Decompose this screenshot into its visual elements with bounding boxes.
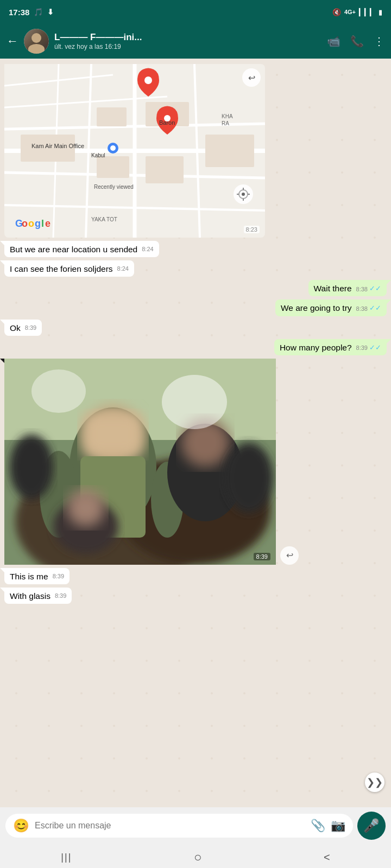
header-action-icons: 📹 📞 ⋮ xyxy=(327,35,384,48)
svg-text:YAKA TOT: YAKA TOT xyxy=(91,216,117,222)
incoming-message: Ok 8:39 xyxy=(4,320,42,336)
svg-point-18 xyxy=(110,145,116,151)
photo-share-button[interactable]: ↩ xyxy=(280,546,299,565)
mic-button[interactable]: 🎤 xyxy=(357,812,386,840)
status-icons: 🔇 4G+ ▎▎▎ ▮ xyxy=(332,8,382,16)
message-meta: 8:39 xyxy=(25,324,36,331)
svg-point-57 xyxy=(162,375,227,429)
time-display: 17:38 xyxy=(9,8,29,17)
message-meta: 8:39 ✓✓ xyxy=(356,343,381,353)
message-time: 8:38 xyxy=(356,305,368,312)
contact-name: L——— F———ini... xyxy=(54,32,321,43)
nav-back-button[interactable]: ||| xyxy=(61,852,72,863)
message-text: But we are near location u sended xyxy=(10,245,137,254)
message-row: We are going to try 8:38 ✓✓ xyxy=(4,299,387,316)
mute-icon: 🔇 xyxy=(332,8,341,16)
nav-home-button[interactable]: ○ xyxy=(194,850,202,865)
svg-point-54 xyxy=(67,489,105,527)
svg-text:e: e xyxy=(45,218,51,229)
message-text: With glasis xyxy=(10,591,51,601)
attach-button[interactable]: 📎 xyxy=(311,819,325,833)
message-row: G o o g l e Kam Air Main Office Kabul Ba… xyxy=(4,64,387,238)
message-input-wrapper: 😊 📎 📷 xyxy=(5,814,353,838)
incoming-message: But we are near location u sended 8:24 xyxy=(4,241,159,257)
svg-text:Baron: Baron xyxy=(159,119,175,126)
message-meta: 8:24 xyxy=(117,265,129,272)
last-seen: últ. vez hoy a las 16:19 xyxy=(54,43,321,50)
map-image[interactable]: G o o g l e Kam Air Main Office Kabul Ba… xyxy=(4,64,265,238)
svg-text:Recently viewed: Recently viewed xyxy=(94,184,134,190)
svg-text:l: l xyxy=(41,218,44,229)
message-meta: 8:39 xyxy=(53,572,64,580)
message-time: 8:39 xyxy=(55,592,66,599)
outgoing-message: Wait there 8:38 ✓✓ xyxy=(308,280,387,296)
message-time: 8:38 xyxy=(356,285,368,293)
incoming-message: I can see the forien soljders 8:24 xyxy=(4,260,134,277)
message-ticks: ✓✓ xyxy=(369,304,381,313)
message-text: This is me xyxy=(10,572,48,581)
chat-messages: G o o g l e Kam Air Main Office Kabul Ba… xyxy=(0,59,391,807)
svg-rect-12 xyxy=(146,156,184,183)
signal-4g-label: 4G+ xyxy=(344,9,356,15)
map-share-button[interactable]: ↩ xyxy=(242,68,261,87)
incoming-message: With glasis 8:39 xyxy=(4,588,72,604)
svg-text:RA: RA xyxy=(222,120,229,126)
message-row: But we are near location u sended 8:24 xyxy=(4,241,387,257)
input-bar: 😊 📎 📷 🎤 xyxy=(0,807,391,844)
photo-message[interactable]: 8:39 xyxy=(4,359,276,565)
svg-rect-16 xyxy=(205,135,254,167)
nav-recent-button[interactable]: < xyxy=(324,851,330,864)
map-message: G o o g l e Kam Air Main Office Kabul Ba… xyxy=(4,64,265,238)
voice-call-button[interactable]: 📞 xyxy=(350,35,364,48)
message-text: Wait there xyxy=(314,284,352,293)
message-time: 8:39 xyxy=(356,344,368,352)
svg-text:KHA: KHA xyxy=(222,113,233,119)
message-meta: 8:38 ✓✓ xyxy=(356,284,381,293)
message-row: Wait there 8:38 ✓✓ xyxy=(4,280,387,296)
message-row: With glasis 8:39 xyxy=(4,588,387,604)
message-row: 8:39 ↩ xyxy=(4,359,387,565)
message-time: 8:39 xyxy=(53,572,64,580)
svg-rect-13 xyxy=(97,107,127,126)
svg-rect-11 xyxy=(97,156,129,178)
contact-avatar[interactable] xyxy=(24,29,49,54)
chat-header: ← L——— F———ini... últ. vez hoy a las 16:… xyxy=(0,24,391,59)
svg-text:o: o xyxy=(22,218,28,229)
message-meta: 8:39 xyxy=(55,592,66,599)
svg-rect-47 xyxy=(83,413,143,456)
message-ticks: ✓✓ xyxy=(369,284,381,293)
message-input[interactable] xyxy=(35,821,305,831)
menu-button[interactable]: ⋮ xyxy=(374,35,384,48)
svg-text:o: o xyxy=(28,218,34,229)
contact-info[interactable]: L——— F———ini... últ. vez hoy a las 16:19 xyxy=(54,32,321,50)
svg-text:g: g xyxy=(35,218,41,229)
message-time: 8:39 xyxy=(25,324,36,331)
message-text: We are going to try xyxy=(281,303,352,312)
video-call-button[interactable]: 📹 xyxy=(327,35,340,48)
message-text: How many people? xyxy=(280,343,352,352)
photo-time: 8:39 xyxy=(254,553,270,560)
svg-text:Kam Air Main Office: Kam Air Main Office xyxy=(31,143,84,149)
scroll-down-button[interactable]: ❯❯ xyxy=(365,773,384,792)
emoji-button[interactable]: 😊 xyxy=(13,818,29,833)
status-bar: 17:38 🎵 ⬇ 🔇 4G+ ▎▎▎ ▮ xyxy=(0,0,391,24)
message-text: I can see the forien soljders xyxy=(10,264,113,273)
outgoing-message: We are going to try 8:38 ✓✓ xyxy=(275,299,387,316)
message-row: This is me 8:39 xyxy=(4,568,387,584)
svg-point-56 xyxy=(224,443,273,513)
status-time: 17:38 🎵 ⬇ xyxy=(9,8,54,17)
navigation-bar: ||| ○ < xyxy=(0,844,391,868)
spotify-icon: 🎵 xyxy=(34,8,43,16)
camera-button[interactable]: 📷 xyxy=(331,819,345,833)
message-meta: 8:38 ✓✓ xyxy=(356,304,381,313)
message-text: Ok xyxy=(10,323,21,333)
photo-message-container: 8:39 xyxy=(4,359,276,565)
svg-point-20 xyxy=(144,76,152,84)
download-icon: ⬇ xyxy=(47,8,54,16)
back-button[interactable]: ← xyxy=(7,34,18,48)
signal-bars-icon: ▎▎▎ xyxy=(359,8,375,16)
svg-point-36 xyxy=(242,193,245,196)
battery-icon: ▮ xyxy=(379,8,382,16)
incoming-message: This is me 8:39 xyxy=(4,568,70,584)
message-row: Ok 8:39 xyxy=(4,320,387,336)
